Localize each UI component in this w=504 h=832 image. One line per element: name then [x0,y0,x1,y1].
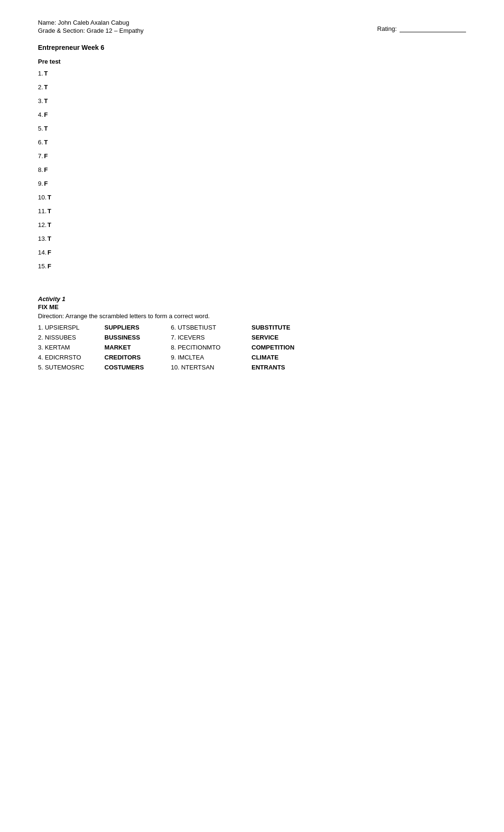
table-row: 5. SUTEMOSRCCOSTUMERS10. NTERTSANENTRANT… [38,362,466,372]
table-row: 1. UPSIERSPLSUPPLIERS6. UTSBETIUSTSUBSTI… [38,322,466,332]
answer-word-right: CLIMATE [252,352,466,362]
scrambled-word-right: 9. IMCLTEA [171,352,252,362]
activity-subtitle: FIX ME [38,303,466,311]
answer-item: 11. T [38,208,466,215]
answer-item: 14. F [38,249,466,256]
activity-section: Activity 1 FIX ME Direction: Arrange the… [38,295,466,372]
header-left: Name: John Caleb Axalan Cabug Grade & Se… [38,19,144,34]
answer-item: 1. T [38,70,466,77]
answer-num: 8. [38,166,43,173]
answer-num: 1. [38,70,43,77]
fix-table: 1. UPSIERSPLSUPPLIERS6. UTSBETIUSTSUBSTI… [38,322,466,372]
answer-item: 15. F [38,263,466,270]
answer-val: T [47,221,51,228]
rating-line [400,26,466,32]
student-name: Name: John Caleb Axalan Cabug [38,19,144,26]
answer-num: 2. [38,84,43,91]
answer-word-left: CREDITORS [104,352,171,362]
answer-val: F [44,166,48,173]
answer-val: F [44,180,48,187]
answer-num: 5. [38,125,43,132]
answer-val: T [47,194,51,201]
scrambled-word-left: 3. KERTAM [38,342,104,352]
answer-item: 5. T [38,125,466,132]
answer-num: 10. [38,194,47,201]
scrambled-word-right: 7. ICEVERS [171,332,252,342]
answer-val: F [47,263,51,270]
answer-val: T [44,70,48,77]
answer-word-right: COMPETITION [252,342,466,352]
answer-item: 10. T [38,194,466,201]
activity-title: Activity 1 [38,295,466,303]
answer-num: 7. [38,152,43,160]
answer-val: T [44,125,48,132]
answer-val: T [44,97,48,104]
header: Name: John Caleb Axalan Cabug Grade & Se… [38,19,466,34]
divider [38,276,466,291]
answer-word-left: MARKET [104,342,171,352]
answer-num: 6. [38,139,43,146]
answer-item: 2. T [38,84,466,91]
answer-num: 4. [38,111,43,118]
scrambled-word-right: 8. PECITIONMTO [171,342,252,352]
answer-num: 9. [38,180,43,187]
answer-item: 6. T [38,139,466,146]
answer-num: 14. [38,249,47,256]
scrambled-word-left: 1. UPSIERSPL [38,322,104,332]
answer-word-left: COSTUMERS [104,362,171,372]
answer-word-right: SUBSTITUTE [252,322,466,332]
answer-val: F [44,111,48,118]
answers-list: 1. T2. T3. T4. F5. T6. T7. F8. F9. F10. … [38,70,466,270]
header-right: Rating: [377,19,466,34]
answer-item: 7. F [38,152,466,160]
scrambled-word-left: 2. NISSUBES [38,332,104,342]
rating-label: Rating: [377,25,397,32]
scrambled-word-left: 5. SUTEMOSRC [38,362,104,372]
student-grade: Grade & Section: Grade 12 – Empathy [38,27,144,34]
answer-item: 13. T [38,235,466,242]
answer-word-right: SERVICE [252,332,466,342]
answer-word-left: SUPPLIERS [104,322,171,332]
answer-num: 3. [38,97,43,104]
answer-val: T [47,235,51,242]
answer-word-right: ENTRANTS [252,362,466,372]
answer-item: 9. F [38,180,466,187]
answer-item: 8. F [38,166,466,173]
answer-item: 3. T [38,97,466,104]
answer-num: 12. [38,221,47,228]
answer-val: T [44,84,48,91]
answer-word-left: BUSSINESS [104,332,171,342]
table-row: 2. NISSUBESBUSSINESS7. ICEVERSSERVICE [38,332,466,342]
answer-val: T [47,208,51,215]
answer-val: T [44,139,48,146]
answer-num: 13. [38,235,47,242]
answer-num: 11. [38,208,47,215]
answer-val: F [47,249,51,256]
scrambled-word-left: 4. EDICRRSTO [38,352,104,362]
answer-item: 4. F [38,111,466,118]
activity-direction: Direction: Arrange the scrambled letters… [38,312,466,320]
answer-val: F [44,152,48,160]
table-row: 3. KERTAMMARKET8. PECITIONMTOCOMPETITION [38,342,466,352]
scrambled-word-right: 6. UTSBETIUST [171,322,252,332]
section-title: Entrepreneur Week 6 [38,44,466,51]
scrambled-word-right: 10. NTERTSAN [171,362,252,372]
answer-item: 12. T [38,221,466,228]
table-row: 4. EDICRRSTOCREDITORS9. IMCLTEACLIMATE [38,352,466,362]
answer-num: 15. [38,263,47,270]
pretest-title: Pre test [38,58,466,65]
